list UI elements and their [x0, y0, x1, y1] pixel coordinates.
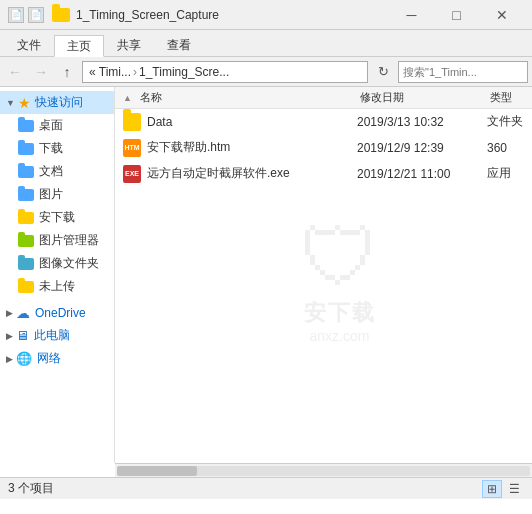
search-input[interactable] — [403, 66, 532, 78]
tab-share[interactable]: 共享 — [104, 34, 154, 56]
quick-icon-2[interactable]: 📄 — [28, 7, 44, 23]
file-name-data: Data — [147, 115, 357, 129]
title-bar: 📄 📄 1_Timing_Screen_Capture ─ □ ✕ — [0, 0, 532, 30]
network-label: 网络 — [37, 350, 61, 367]
desktop-icon — [18, 120, 34, 132]
sidebar-item-unuploaded[interactable]: 未上传 — [0, 275, 114, 298]
scroll-thumb[interactable] — [117, 466, 197, 476]
chevron-icon-net: ▶ — [6, 354, 13, 364]
tab-home[interactable]: 主页 — [54, 35, 104, 57]
sidebar-computer[interactable]: ▶ 🖥 此电脑 — [0, 324, 114, 347]
onedrive-label: OneDrive — [35, 306, 86, 320]
sidebar-item-anload[interactable]: 安下载 — [0, 206, 114, 229]
window-title: 1_Timing_Screen_Capture — [76, 8, 389, 22]
network-icon: 🌐 — [16, 351, 32, 366]
file-type-htm: 360 — [487, 141, 524, 155]
documents-icon — [18, 166, 34, 178]
view-list-button[interactable]: ☰ — [504, 480, 524, 498]
sidebar-item-desktop[interactable]: 桌面 — [0, 114, 114, 137]
col-header-type[interactable]: 类型 — [486, 90, 524, 105]
sidebar-item-label-imgmanager: 图片管理器 — [39, 232, 99, 249]
computer-label: 此电脑 — [34, 327, 70, 344]
sidebar-item-label-anload: 安下载 — [39, 209, 75, 226]
main-area: ▼ ★ 快速访问 桌面 下载 文档 图片 安下载 图片管理器 — [0, 87, 532, 463]
col-header-date[interactable]: 修改日期 — [356, 90, 486, 105]
sidebar-item-imgmanager[interactable]: 图片管理器 — [0, 229, 114, 252]
file-name-exe: 远方自动定时截屏软件.exe — [147, 165, 357, 182]
breadcrumb-separator: › — [133, 65, 137, 79]
status-text: 3 个项目 — [8, 480, 482, 497]
view-grid-button[interactable]: ⊞ — [482, 480, 502, 498]
file-type-data: 文件夹 — [487, 113, 524, 130]
chevron-icon-pc: ▶ — [6, 331, 13, 341]
horizontal-scrollbar[interactable] — [115, 463, 532, 477]
folder-icon-data — [123, 113, 141, 131]
ribbon-tabs: 文件 主页 共享 查看 — [0, 30, 532, 56]
sidebar-network[interactable]: ▶ 🌐 网络 — [0, 347, 114, 370]
chevron-icon: ▼ — [6, 98, 15, 108]
scroll-track[interactable] — [117, 466, 530, 476]
maximize-button[interactable]: □ — [434, 0, 479, 30]
sidebar-item-label-desktop: 桌面 — [39, 117, 63, 134]
sidebar-item-pictures[interactable]: 图片 — [0, 183, 114, 206]
sort-arrow: ▲ — [123, 93, 132, 103]
search-box[interactable]: 🔍 — [398, 61, 528, 83]
quick-icon-1[interactable]: 📄 — [8, 7, 24, 23]
back-button[interactable]: ← — [4, 61, 26, 83]
sidebar-item-label-documents: 文档 — [39, 163, 63, 180]
address-field[interactable]: « Timi... › 1_Timing_Scre... — [82, 61, 368, 83]
anload-icon — [18, 212, 34, 224]
chevron-icon-od: ▶ — [6, 308, 13, 318]
tab-view[interactable]: 查看 — [154, 34, 204, 56]
htm-file-icon: HTM — [123, 139, 141, 157]
file-rows: Data 2019/3/13 10:32 文件夹 HTM 安下载帮助.htm 2… — [115, 109, 532, 463]
breadcrumb-1: « Timi... — [89, 65, 131, 79]
sidebar-item-label-unuploaded: 未上传 — [39, 278, 75, 295]
folder-icon — [52, 8, 70, 22]
status-bar: 3 个项目 ⊞ ☰ — [0, 477, 532, 499]
tab-file[interactable]: 文件 — [4, 34, 54, 56]
star-icon: ★ — [18, 95, 31, 111]
sidebar-quick-access[interactable]: ▼ ★ 快速访问 — [0, 91, 114, 114]
sidebar-onedrive[interactable]: ▶ ☁ OneDrive — [0, 302, 114, 324]
table-row[interactable]: EXE 远方自动定时截屏软件.exe 2019/12/21 11:00 应用 — [115, 161, 532, 187]
window-quick-icons: 📄 📄 — [8, 7, 44, 23]
file-date-htm: 2019/12/9 12:39 — [357, 141, 487, 155]
ribbon: 文件 主页 共享 查看 — [0, 30, 532, 57]
file-name-htm: 安下载帮助.htm — [147, 139, 357, 156]
col-header-name[interactable]: 名称 — [136, 90, 356, 105]
breadcrumb-2: 1_Timing_Scre... — [139, 65, 229, 79]
sidebar-item-downloads[interactable]: 下载 — [0, 137, 114, 160]
downloads-icon — [18, 143, 34, 155]
sidebar: ▼ ★ 快速访问 桌面 下载 文档 图片 安下载 图片管理器 — [0, 87, 115, 463]
window-controls: ─ □ ✕ — [389, 0, 524, 30]
file-list: ▲ 名称 修改日期 类型 Data 2019/3/13 10:32 文件夹 HT… — [115, 87, 532, 463]
table-row[interactable]: Data 2019/3/13 10:32 文件夹 — [115, 109, 532, 135]
quick-access-label: 快速访问 — [35, 94, 83, 111]
computer-icon: 🖥 — [16, 328, 29, 343]
file-date-exe: 2019/12/21 11:00 — [357, 167, 487, 181]
file-type-exe: 应用 — [487, 165, 524, 182]
pictures-icon — [18, 189, 34, 201]
file-list-header[interactable]: ▲ 名称 修改日期 类型 — [115, 87, 532, 109]
imgmanager-icon — [18, 235, 34, 247]
close-button[interactable]: ✕ — [479, 0, 524, 30]
imgfolder-icon — [18, 258, 34, 270]
view-buttons: ⊞ ☰ — [482, 480, 524, 498]
sidebar-item-label-imgfolder: 图像文件夹 — [39, 255, 99, 272]
table-row[interactable]: HTM 安下载帮助.htm 2019/12/9 12:39 360 — [115, 135, 532, 161]
sidebar-item-label-pictures: 图片 — [39, 186, 63, 203]
sidebar-item-label-downloads: 下载 — [39, 140, 63, 157]
forward-button[interactable]: → — [30, 61, 52, 83]
file-date-data: 2019/3/13 10:32 — [357, 115, 487, 129]
sidebar-item-imgfolder[interactable]: 图像文件夹 — [0, 252, 114, 275]
unuploaded-icon — [18, 281, 34, 293]
exe-file-icon: EXE — [123, 165, 141, 183]
cloud-icon: ☁ — [16, 305, 30, 321]
sidebar-item-documents[interactable]: 文档 — [0, 160, 114, 183]
refresh-button[interactable]: ↻ — [372, 61, 394, 83]
up-button[interactable]: ↑ — [56, 61, 78, 83]
address-bar: ← → ↑ « Timi... › 1_Timing_Scre... ↻ 🔍 — [0, 57, 532, 87]
minimize-button[interactable]: ─ — [389, 0, 434, 30]
